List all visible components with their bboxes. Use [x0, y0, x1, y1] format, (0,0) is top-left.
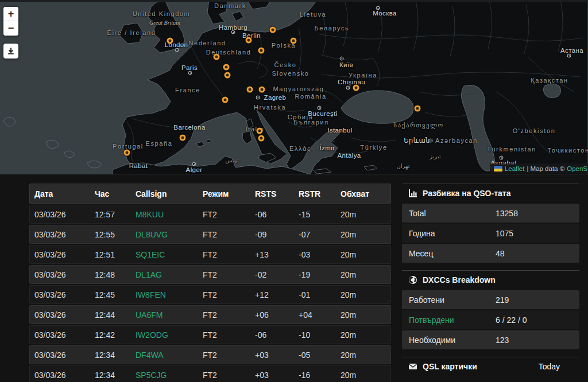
- qso-marker[interactable]: [222, 97, 229, 103]
- dxcc-section: DXCCs Breakdown Работени219Потвърдени6 /…: [402, 270, 579, 349]
- map-attribution: Leaflet | Map data © OpenS: [490, 163, 588, 173]
- cell-time: 12:34: [90, 371, 131, 380]
- qso-marker[interactable]: [259, 87, 265, 93]
- qso-dashboard: United KingdomGreat BritainÉire / Irelan…: [0, 0, 588, 382]
- qso-marker[interactable]: [214, 54, 220, 60]
- cell-callsign[interactable]: DL8UVG: [131, 230, 198, 239]
- table-row: 03/03/2612:51SQ1EICFT2+13-0320m: [29, 245, 391, 264]
- qso-marker[interactable]: [258, 48, 265, 54]
- map[interactable]: United KingdomGreat BritainÉire / Irelan…: [0, 0, 588, 174]
- ukraine-flag-icon: [494, 166, 502, 171]
- osm-link[interactable]: OpenS: [567, 165, 587, 172]
- cell-band: 20m: [336, 371, 392, 380]
- stat-value: 13258: [496, 209, 579, 218]
- stat-row: Работени219: [402, 290, 579, 309]
- log-table-body: 03/03/2612:57M8KUUFT2-06-1520m03/03/2612…: [29, 205, 391, 382]
- stat-value: 48: [496, 249, 579, 258]
- cell-mode: FT2: [198, 350, 250, 360]
- cell-rsts: +03: [250, 371, 294, 380]
- cell-rstr: +04: [294, 310, 336, 319]
- qso-marker[interactable]: [124, 150, 130, 156]
- qso-marker[interactable]: [180, 135, 186, 141]
- leaflet-link[interactable]: Leaflet: [505, 165, 525, 172]
- map-city-dot: [376, 6, 380, 10]
- stats-panel: Разбивка на QSO-тата Total13258Година107…: [402, 184, 579, 376]
- column-header-date: Дата: [30, 189, 90, 198]
- map-edge: [0, 0, 588, 2]
- stat-label[interactable]: Потвърдени: [409, 315, 496, 325]
- qso-marker[interactable]: [223, 64, 230, 71]
- cell-callsign[interactable]: DF4WA: [131, 350, 198, 360]
- cell-callsign[interactable]: M8KUU: [131, 210, 198, 219]
- qso-breakdown-section: Разбивка на QSO-тата Total13258Година107…: [402, 184, 579, 263]
- qso-marker[interactable]: [247, 87, 253, 93]
- cell-date: 03/03/26: [30, 270, 90, 279]
- map-city-dot: [318, 106, 322, 110]
- stat-label: Година: [409, 229, 496, 238]
- download-icon: [7, 47, 15, 55]
- cell-rstr: -19: [294, 270, 336, 279]
- qso-marker[interactable]: [291, 38, 297, 44]
- qso-marker[interactable]: [225, 72, 231, 79]
- cell-mode: FT2: [198, 230, 250, 239]
- cell-time: 12:44: [90, 310, 131, 319]
- cell-rstr: -16: [294, 371, 336, 380]
- table-row: 03/03/2612:45IW8FENFT2+12-0120m: [29, 285, 391, 304]
- stat-value: 219: [496, 295, 579, 305]
- stat-row: Година1075: [402, 224, 579, 243]
- map-city-dot: [567, 54, 571, 58]
- cell-callsign[interactable]: IW2ODG: [131, 330, 198, 340]
- cell-callsign[interactable]: SQ1EIC: [131, 250, 198, 259]
- map-city-dot: [346, 86, 350, 90]
- qsl-section: QSL картички Today: [402, 357, 579, 376]
- cell-rsts: -09: [250, 230, 294, 239]
- cell-time: 12:48: [90, 270, 131, 279]
- qsl-title: QSL картички: [423, 362, 477, 371]
- qso-marker[interactable]: [246, 37, 252, 44]
- zoom-in-button[interactable]: +: [3, 7, 18, 21]
- zoom-out-button[interactable]: −: [3, 21, 18, 36]
- envelope-icon: [408, 362, 417, 371]
- cell-band: 20m: [336, 350, 392, 360]
- qso-marker[interactable]: [415, 106, 421, 112]
- cell-band: 20m: [336, 210, 392, 219]
- qso-breakdown-title: Разбивка на QSO-тата: [402, 184, 579, 202]
- cell-mode: FT2: [198, 330, 250, 340]
- stat-label: Total: [409, 209, 496, 218]
- table-row: 03/03/2612:34SP5CJGFT2+03-1620m: [29, 365, 391, 382]
- section-title-text: DXCCs Breakdown: [423, 275, 496, 284]
- cell-callsign[interactable]: DL1AG: [131, 270, 198, 279]
- qso-marker[interactable]: [167, 38, 173, 44]
- qso-log-table: ДатаЧасCallsignРежимRSTSRSTRОбхват 03/03…: [29, 184, 391, 382]
- map-city-dot: [175, 48, 179, 52]
- map-canvas[interactable]: [0, 0, 588, 174]
- stat-value: 1075: [496, 229, 579, 238]
- qso-marker[interactable]: [257, 128, 263, 134]
- qso-marker[interactable]: [270, 27, 276, 33]
- cell-rsts: +12: [250, 290, 294, 299]
- cell-rsts: +06: [250, 310, 294, 319]
- cell-callsign[interactable]: IW8FEN: [131, 290, 198, 299]
- stat-label: Работени: [409, 295, 496, 305]
- cell-band: 20m: [336, 270, 392, 279]
- cell-time: 12:51: [90, 250, 131, 259]
- cell-callsign[interactable]: SP5CJG: [131, 371, 198, 380]
- table-row: 03/03/2612:44UA6FMFT2+06+0420m: [29, 305, 391, 324]
- cell-rstr: -01: [294, 290, 336, 299]
- cell-mode: FT2: [198, 371, 250, 380]
- qso-marker[interactable]: [353, 85, 359, 91]
- column-header-mode: Режим: [198, 189, 250, 198]
- download-button[interactable]: [3, 44, 18, 59]
- cell-band: 20m: [336, 230, 392, 239]
- cell-rsts: -02: [250, 270, 294, 279]
- qso-marker[interactable]: [258, 135, 265, 142]
- table-row: 03/03/2612:34DF4WAFT2+03-0520m: [29, 345, 391, 364]
- cell-rsts: -06: [250, 330, 294, 340]
- cell-band: 20m: [336, 290, 392, 299]
- cell-rstr: -07: [294, 230, 336, 239]
- cell-rsts: -06: [250, 210, 294, 219]
- cell-date: 03/03/26: [30, 330, 90, 340]
- column-header-time: Час: [90, 189, 131, 198]
- cell-callsign[interactable]: UA6FM: [131, 310, 198, 319]
- table-row: 03/03/2612:48DL1AGFT2-02-1920m: [29, 265, 391, 284]
